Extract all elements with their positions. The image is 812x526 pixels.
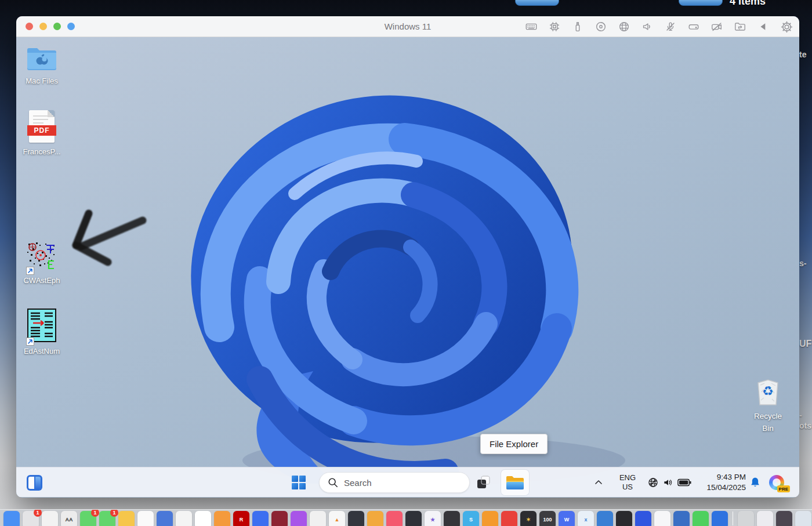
dock-app-icon[interactable]	[176, 511, 192, 526]
search-input[interactable]	[344, 478, 448, 488]
dock-app-icon[interactable]: 100	[539, 511, 556, 526]
dock-app-icon[interactable]: ★	[425, 511, 441, 526]
dock-app-icon[interactable]	[157, 511, 173, 526]
back-icon[interactable]	[756, 20, 770, 34]
dock-app-icon[interactable]	[654, 511, 670, 526]
minimize-button[interactable]	[39, 23, 47, 30]
dock-app-icon[interactable]	[444, 511, 460, 526]
battery-button[interactable]	[677, 467, 691, 497]
cpu-icon[interactable]	[548, 20, 561, 34]
dock-app-icon[interactable]	[42, 511, 58, 526]
speaker-icon	[662, 477, 674, 488]
background-text-fragment: ots	[799, 421, 811, 430]
dock-app-icon[interactable]	[738, 511, 754, 526]
pdf-badge: PDF	[27, 125, 56, 136]
language-indicator[interactable]: ENG US	[617, 467, 638, 497]
vm-toolbar	[524, 16, 793, 37]
task-view-button[interactable]	[476, 467, 492, 497]
recycle-bin-label-line1: Recycle	[741, 411, 795, 423]
dock-app-icon[interactable]	[482, 511, 498, 526]
dock-app-icon[interactable]: AA	[61, 511, 77, 526]
tray-overflow-chevron[interactable]	[594, 467, 603, 497]
shortcut-arrow-badge	[26, 267, 34, 275]
dock-app-icon[interactable]	[291, 511, 307, 526]
dock-app-icon[interactable]	[137, 511, 154, 526]
edastnum-app-icon	[27, 309, 56, 344]
file-explorer-button[interactable]	[501, 470, 529, 495]
desktop-icon-edastnum[interactable]: EdAstNum	[16, 309, 67, 356]
dock-app-icon[interactable]	[3, 511, 20, 526]
settings-gear-icon[interactable]	[780, 20, 793, 34]
disc-icon[interactable]	[594, 20, 608, 34]
start-button[interactable]	[291, 467, 306, 497]
network-status-button[interactable]	[646, 467, 660, 497]
wallpaper-bloom	[121, 78, 689, 484]
taskbar-search[interactable]	[319, 472, 470, 493]
dock-app-icon[interactable]: ▲	[329, 511, 345, 526]
network-globe-icon[interactable]	[617, 20, 631, 34]
dock-app-icon[interactable]: x	[578, 511, 594, 526]
desktop-icon-pdf[interactable]: PDF FrancesP...	[16, 110, 67, 157]
desktop-icon-mac-files[interactable]: Mac Files	[16, 45, 67, 86]
windows-desktop[interactable]: Mac Files PDF FrancesP...	[16, 37, 799, 497]
dock-app-icon[interactable]	[386, 511, 403, 526]
windows-taskbar: ENG US 9:43 PM 15/04/2025	[16, 467, 799, 497]
desktop-icon-label: CWAstEph	[16, 276, 67, 285]
volume-button[interactable]	[661, 467, 675, 497]
file-explorer-tooltip: File Explorer	[480, 434, 548, 454]
usb-icon[interactable]	[571, 20, 585, 34]
microphone-muted-icon[interactable]	[664, 20, 677, 34]
tray-time: 9:43 PM	[717, 472, 746, 483]
dock-app-icon[interactable]	[310, 511, 326, 526]
dock-app-icon[interactable]: R	[233, 511, 249, 526]
dock-app-icon[interactable]	[616, 511, 632, 526]
desktop-icon-recycle-bin[interactable]: ♻ Recycle Bin	[741, 378, 795, 435]
dock: 1AA11R▲★S✶100Wx	[0, 509, 812, 526]
dock-app-glyph: x	[584, 517, 587, 523]
sound-icon[interactable]	[640, 20, 654, 34]
widgets-button[interactable]	[27, 467, 42, 497]
dock-app-icon[interactable]	[673, 511, 690, 526]
dock-app-icon[interactable]	[214, 511, 230, 526]
dock-app-icon[interactable]: 1	[80, 511, 96, 526]
annotation-arrow	[67, 204, 177, 280]
dock-app-icon[interactable]	[776, 511, 792, 526]
desktop-icon-cwasteph[interactable]: CWAstEph	[16, 242, 67, 285]
copilot-button[interactable]: PRE	[769, 475, 784, 490]
hard-disk-icon[interactable]	[687, 20, 701, 34]
dock-app-icon[interactable]	[195, 511, 211, 526]
dock-app-icon[interactable]	[501, 511, 517, 526]
notifications-button[interactable]	[748, 467, 762, 497]
fullscreen-button[interactable]	[67, 23, 75, 30]
desktop-icon-label: EdAstNum	[16, 347, 67, 356]
clock[interactable]: 9:43 PM 15/04/2025	[696, 467, 746, 497]
keyboard-icon[interactable]	[524, 20, 538, 34]
dock-app-icon[interactable]	[405, 511, 422, 526]
dock-app-icon[interactable]	[795, 511, 811, 526]
dock-app-icon[interactable]	[367, 511, 383, 526]
dock-app-icon[interactable]: W	[559, 511, 575, 526]
camera-off-icon[interactable]	[710, 20, 724, 34]
dock-app-icon[interactable]: 1	[23, 511, 39, 526]
dock-app-glyph: W	[564, 517, 570, 523]
notification-badge: 1	[91, 509, 99, 517]
close-button[interactable]	[26, 23, 33, 30]
dock-app-icon[interactable]	[252, 511, 269, 526]
dock-app-icon[interactable]	[635, 511, 651, 526]
dock-app-icon[interactable]: S	[463, 511, 479, 526]
dock-app-icon[interactable]	[693, 511, 709, 526]
dock-app-icon[interactable]	[597, 511, 613, 526]
dock-divider	[733, 512, 733, 525]
dock-app-icon[interactable]	[271, 511, 288, 526]
shared-folder-icon[interactable]	[733, 20, 747, 34]
dock-app-icon[interactable]	[757, 511, 773, 526]
language-line2: US	[622, 483, 633, 492]
zoom-button[interactable]	[53, 23, 61, 30]
dock-app-icon[interactable]: 1	[99, 511, 115, 526]
background-text-fragment: te	[799, 50, 806, 59]
dock-app-icon[interactable]	[118, 511, 135, 526]
dock-app-icon[interactable]: ✶	[520, 511, 536, 526]
dock-app-icon[interactable]	[712, 511, 728, 526]
dock-app-icon[interactable]	[348, 511, 364, 526]
vm-titlebar[interactable]: Windows 11	[16, 16, 799, 37]
